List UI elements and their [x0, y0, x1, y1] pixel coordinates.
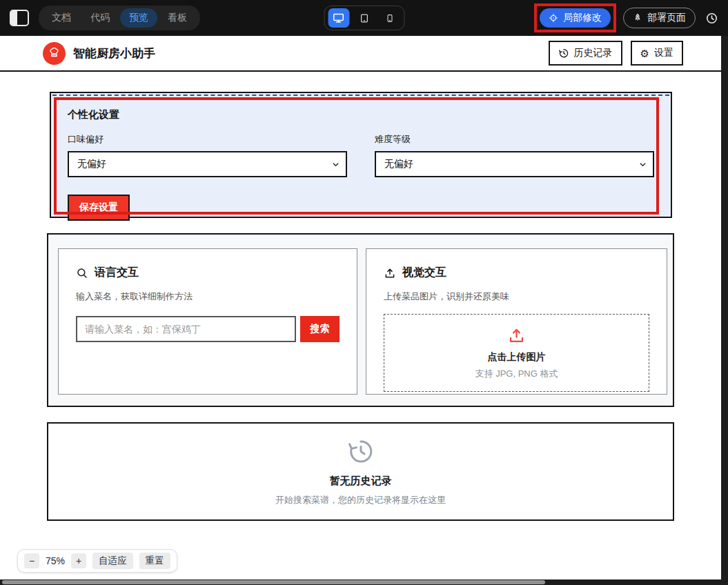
right-gutter — [721, 36, 728, 585]
device-switcher — [324, 6, 404, 30]
gear-icon: ⚙ — [640, 48, 649, 59]
settings-button-label: 设置 — [654, 47, 673, 59]
chevron-down-icon — [332, 161, 340, 168]
save-settings-button[interactable]: 保存设置 — [68, 195, 130, 221]
settings-button[interactable]: ⚙ 设置 — [631, 41, 683, 66]
difficulty-select[interactable]: 无偏好 — [375, 151, 654, 177]
personalization-form: 口味偏好 无偏好 难度等级 无偏好 — [68, 133, 654, 177]
reset-button[interactable]: 重置 — [139, 553, 170, 569]
language-card-title: 语言交互 — [95, 266, 139, 280]
difficulty-select-value: 无偏好 — [384, 158, 413, 170]
personalization-section: 个性化设置 口味偏好 无偏好 难度等级 无偏好 — [50, 92, 672, 218]
tab-docs[interactable]: 文档 — [43, 8, 80, 28]
upload-icon — [384, 267, 396, 279]
tab-board[interactable]: 看板 — [159, 8, 196, 28]
upload-dropzone[interactable]: 点击上传图片 支持 JPG, PNG 格式 — [384, 314, 649, 392]
taste-label: 口味偏好 — [68, 133, 347, 146]
history-empty-title: 暂无历史记录 — [330, 475, 392, 488]
horizontal-scrollbar-thumb[interactable] — [2, 580, 545, 584]
device-phone-button[interactable] — [379, 8, 400, 28]
zoom-level: 75% — [46, 555, 65, 566]
upload-hint: 支持 JPG, PNG 格式 — [475, 368, 558, 380]
chef-hat-logo-icon — [43, 42, 66, 65]
tablet-icon — [359, 13, 369, 23]
toolbar-actions: 局部修改 部署页面 — [534, 3, 718, 32]
tab-code[interactable]: 代码 — [81, 8, 119, 28]
phone-icon — [385, 13, 394, 23]
zoom-out-button[interactable]: − — [24, 553, 39, 568]
horizontal-scrollbar — [0, 579, 721, 585]
taste-field: 口味偏好 无偏好 — [68, 133, 347, 177]
difficulty-label: 难度等级 — [375, 133, 654, 146]
sidebar-toggle-icon[interactable] — [10, 10, 29, 26]
app-header: 智能厨房小助手 历史记录 ⚙ 设置 — [0, 36, 721, 72]
personalization-title: 个性化设置 — [68, 108, 654, 121]
search-button[interactable]: 搜索 — [300, 316, 340, 342]
visual-card-title: 视觉交互 — [402, 266, 446, 280]
history-empty-icon — [346, 437, 375, 466]
local-edit-label: 局部修改 — [563, 12, 602, 24]
chevron-down-icon — [639, 161, 647, 168]
visual-card: 视觉交互 上传菜品图片，识别并还原美味 点击上传图片 支持 JPG, PNG 格… — [366, 248, 667, 395]
history-section: 暂无历史记录 开始搜索菜谱，您的历史记录将显示在这里 — [47, 422, 674, 521]
local-edit-button[interactable]: 局部修改 — [540, 8, 611, 28]
selection-dashed-outline — [52, 95, 669, 96]
header-actions: 历史记录 ⚙ 设置 — [549, 41, 683, 66]
visual-card-header: 视觉交互 — [384, 266, 649, 280]
taste-select[interactable]: 无偏好 — [68, 151, 347, 177]
visual-card-subtitle: 上传菜品图片，识别并还原美味 — [384, 290, 649, 303]
preview-page: 智能厨房小助手 历史记录 ⚙ 设置 个性化设置 — [0, 36, 721, 579]
deploy-label: 部署页面 — [647, 12, 686, 24]
zoom-in-button[interactable]: + — [71, 553, 86, 568]
language-card-header: 语言交互 — [76, 266, 340, 280]
history-empty-hint: 开始搜索菜谱，您的历史记录将显示在这里 — [275, 494, 446, 506]
crosshair-icon — [549, 13, 558, 23]
language-card-subtitle: 输入菜名，获取详细制作方法 — [76, 290, 340, 303]
device-desktop-button[interactable] — [328, 8, 349, 28]
search-row: 搜索 — [76, 316, 340, 342]
history-button[interactable]: 历史记录 — [549, 41, 622, 66]
zoom-controls: − 75% + 自适应 重置 — [17, 549, 177, 573]
fit-button[interactable]: 自适应 — [92, 553, 133, 569]
search-icon — [76, 267, 88, 279]
tab-preview[interactable]: 预览 — [120, 8, 157, 28]
top-toolbar: 文档 代码 预览 看板 — [0, 0, 728, 36]
upload-title: 点击上传图片 — [488, 351, 546, 364]
annotation-box-local-edit: 局部修改 — [534, 3, 616, 32]
rocket-icon — [633, 13, 642, 23]
history-button-label: 历史记录 — [574, 47, 613, 59]
difficulty-field: 难度等级 无偏好 — [375, 133, 654, 177]
view-tabs: 文档 代码 预览 看板 — [39, 6, 200, 30]
interaction-section: 语言交互 输入菜名，获取详细制作方法 搜索 视觉交互 上传菜品图片，识别并还原美… — [47, 233, 674, 407]
deploy-button[interactable]: 部署页面 — [623, 8, 696, 28]
taste-select-value: 无偏好 — [77, 158, 106, 170]
device-tablet-button[interactable] — [353, 8, 375, 28]
history-clock-icon — [558, 48, 569, 59]
upload-red-icon — [507, 326, 526, 345]
version-history-clock-icon[interactable] — [705, 12, 718, 25]
dish-name-input[interactable] — [76, 316, 296, 342]
page-title: 智能厨房小助手 — [73, 46, 155, 61]
desktop-icon — [333, 12, 345, 24]
language-card: 语言交互 输入菜名，获取详细制作方法 搜索 — [58, 248, 357, 395]
